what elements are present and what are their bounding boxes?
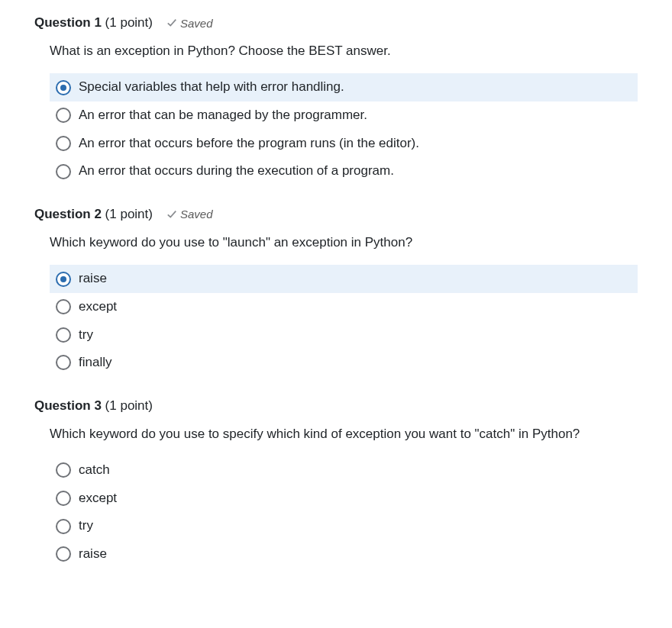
answer-option[interactable]: An error that occurs before the program …: [50, 130, 638, 158]
question-points-label: (1 point): [105, 15, 153, 30]
option-label: An error that occurs before the program …: [79, 134, 419, 153]
answer-option[interactable]: An error that can be managed by the prog…: [50, 101, 638, 130]
saved-badge: Saved: [166, 17, 213, 30]
question-block: Question 2 (1 point)SavedWhich keyword d…: [34, 207, 638, 377]
question-block: Question 3 (1 point)Which keyword do you…: [34, 398, 638, 568]
question-number-label: Question 2: [34, 207, 102, 221]
question-header: Question 1 (1 point)Saved: [34, 15, 638, 31]
check-icon: [166, 18, 177, 28]
answer-option[interactable]: try: [50, 321, 638, 349]
radio-button[interactable]: [56, 164, 71, 179]
question-prompt: Which keyword do you use to specify whic…: [50, 424, 638, 444]
question-points-label: (1 point): [105, 207, 153, 221]
radio-button[interactable]: [56, 272, 71, 287]
radio-button[interactable]: [56, 108, 71, 123]
option-label: except: [79, 489, 117, 508]
radio-button[interactable]: [56, 491, 71, 506]
options-list: catchexcepttryraise: [50, 456, 638, 568]
option-label: Special variables that help with error h…: [79, 78, 344, 97]
answer-option[interactable]: Special variables that help with error h…: [50, 73, 638, 101]
option-label: An error that occurs during the executio…: [79, 162, 394, 181]
answer-option[interactable]: except: [50, 485, 638, 513]
radio-button[interactable]: [56, 355, 71, 370]
option-label: raise: [79, 545, 107, 564]
question-prompt: Which keyword do you use to "launch" an …: [50, 233, 638, 253]
saved-badge: Saved: [166, 208, 213, 221]
options-list: Special variables that help with error h…: [50, 73, 638, 185]
radio-button[interactable]: [56, 462, 71, 478]
question-title-wrap: Question 1 (1 point): [34, 15, 153, 31]
radio-button[interactable]: [56, 546, 71, 562]
option-label: try: [79, 517, 93, 536]
option-label: except: [79, 298, 117, 317]
question-header: Question 2 (1 point)Saved: [34, 207, 638, 222]
saved-label: Saved: [180, 17, 213, 30]
question-prompt: What is an exception in Python? Choose t…: [50, 41, 638, 61]
radio-button[interactable]: [56, 80, 71, 95]
radio-dot-icon: [60, 85, 66, 91]
options-list: raiseexcepttryfinally: [50, 265, 638, 377]
question-number-label: Question 1: [34, 15, 102, 30]
answer-option[interactable]: catch: [50, 456, 638, 485]
question-header: Question 3 (1 point): [34, 398, 638, 414]
question-number-label: Question 3: [34, 398, 102, 413]
answer-option[interactable]: except: [50, 293, 638, 321]
quiz-container: Question 1 (1 point)SavedWhat is an exce…: [34, 15, 638, 568]
option-label: An error that can be managed by the prog…: [79, 106, 367, 125]
question-title-wrap: Question 2 (1 point): [34, 207, 153, 222]
answer-option[interactable]: try: [50, 512, 638, 540]
option-label: finally: [79, 353, 111, 372]
answer-option[interactable]: raise: [50, 265, 638, 293]
radio-button[interactable]: [56, 299, 71, 314]
answer-option[interactable]: raise: [50, 540, 638, 568]
radio-button[interactable]: [56, 519, 71, 534]
radio-dot-icon: [60, 276, 66, 282]
option-label: try: [79, 326, 93, 345]
option-label: raise: [79, 269, 107, 288]
radio-button[interactable]: [56, 327, 71, 343]
radio-button[interactable]: [56, 136, 71, 151]
option-label: catch: [79, 461, 110, 480]
question-title-wrap: Question 3 (1 point): [34, 398, 153, 414]
question-block: Question 1 (1 point)SavedWhat is an exce…: [34, 15, 638, 185]
question-points-label: (1 point): [105, 398, 153, 413]
answer-option[interactable]: An error that occurs during the executio…: [50, 157, 638, 185]
saved-label: Saved: [180, 208, 213, 221]
check-icon: [166, 209, 177, 220]
answer-option[interactable]: finally: [50, 349, 638, 377]
